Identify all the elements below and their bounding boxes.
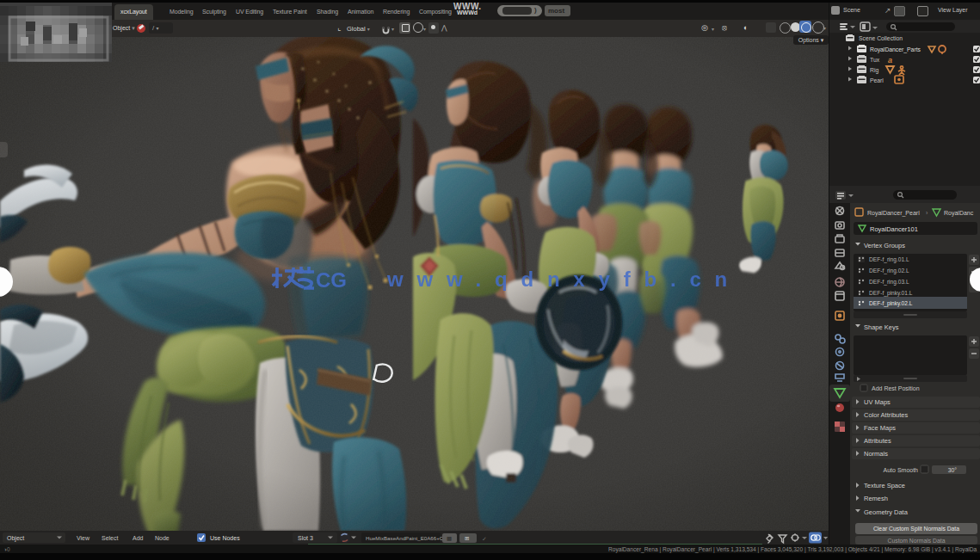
svg-text:Scene Collection: Scene Collection bbox=[859, 35, 903, 41]
svg-text:Node: Node bbox=[155, 535, 169, 541]
svg-text:Shape Keys: Shape Keys bbox=[864, 323, 899, 331]
svg-text:RoyalDancer_Pearl: RoyalDancer_Pearl bbox=[867, 210, 920, 217]
svg-text:Add Rest Position: Add Rest Position bbox=[872, 385, 920, 391]
svg-text:Slot 3: Slot 3 bbox=[298, 535, 313, 541]
svg-text:Texture Space: Texture Space bbox=[864, 482, 905, 489]
svg-text:Add: Add bbox=[133, 535, 144, 541]
svg-text:DEF-f_ring.02.L: DEF-f_ring.02.L bbox=[869, 268, 909, 274]
svg-text:Normals: Normals bbox=[864, 450, 888, 458]
svg-text:Custom Normals Data: Custom Normals Data bbox=[888, 538, 946, 544]
svg-text:Vertex Groups: Vertex Groups bbox=[864, 242, 905, 249]
svg-text:Tux: Tux bbox=[870, 57, 880, 63]
svg-text:UV Maps: UV Maps bbox=[864, 398, 891, 406]
svg-text:Clear Custom Split Normals Dat: Clear Custom Split Normals Data bbox=[873, 526, 959, 532]
svg-text:Rig: Rig bbox=[870, 67, 878, 74]
svg-text:Face Maps: Face Maps bbox=[864, 424, 896, 432]
svg-text:Geometry Data: Geometry Data bbox=[864, 508, 909, 516]
svg-text:a: a bbox=[888, 56, 892, 65]
svg-text:RoyalDancer_Parts: RoyalDancer_Parts bbox=[870, 46, 921, 53]
svg-text:30°: 30° bbox=[948, 467, 958, 473]
svg-text:⊞: ⊞ bbox=[465, 535, 469, 541]
svg-text:DEF-f_pinky.02.L: DEF-f_pinky.02.L bbox=[869, 300, 913, 307]
svg-text:Color Attributes: Color Attributes bbox=[864, 411, 909, 419]
svg-text:Remesh: Remesh bbox=[864, 495, 888, 502]
svg-text:Use Nodes: Use Nodes bbox=[210, 535, 240, 541]
svg-text:RoyalDancer101: RoyalDancer101 bbox=[870, 225, 918, 233]
svg-text:DEF-f_pinky.01.L: DEF-f_pinky.01.L bbox=[869, 290, 913, 297]
svg-text:HueMixBaseAndPaint_E0A66+CE: HueMixBaseAndPaint_E0A66+CE bbox=[366, 535, 447, 541]
svg-text:›: › bbox=[926, 210, 928, 216]
svg-text:Pearl: Pearl bbox=[870, 77, 884, 83]
svg-text:View: View bbox=[77, 535, 90, 541]
svg-text:Object: Object bbox=[7, 535, 24, 542]
svg-text:▩: ▩ bbox=[447, 535, 452, 541]
svg-text:Attributes: Attributes bbox=[864, 437, 891, 445]
svg-text:✓: ✓ bbox=[482, 536, 487, 542]
svg-text:Auto Smooth: Auto Smooth bbox=[884, 467, 919, 473]
svg-text:RoyalDanc: RoyalDanc bbox=[944, 210, 974, 217]
svg-text:DEF-f_ring.01.L: DEF-f_ring.01.L bbox=[869, 256, 909, 263]
svg-text:Select: Select bbox=[102, 535, 119, 541]
svg-text:DEF-f_ring.03.L: DEF-f_ring.03.L bbox=[869, 279, 909, 286]
